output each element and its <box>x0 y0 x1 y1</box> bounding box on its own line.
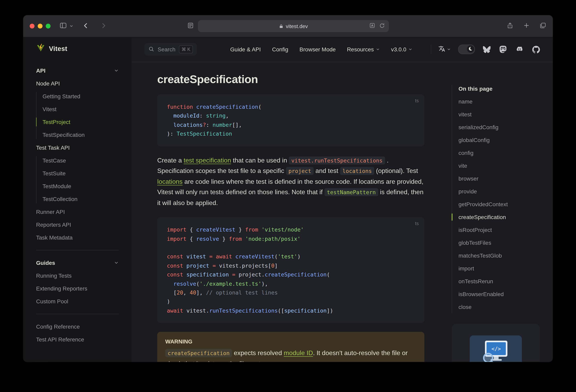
minimize-window-button[interactable] <box>38 24 43 29</box>
translate-page-icon[interactable] <box>369 23 375 30</box>
nav-item-config[interactable]: Config <box>272 46 288 53</box>
sidebar-item-task-metadata[interactable]: Task Metadata <box>36 231 119 244</box>
lock-icon <box>279 24 283 28</box>
sidebar-item-running-tests[interactable]: Running Tests <box>36 269 119 282</box>
sidebar-divider <box>36 250 119 250</box>
sidebar-section-guides[interactable]: Guides <box>36 256 119 269</box>
outline-item-globalconfig[interactable]: globalConfig <box>459 134 540 147</box>
nav-item-v3-0-0[interactable]: v3.0.0 <box>391 46 412 53</box>
doc-link[interactable]: module ID <box>284 349 313 356</box>
sidebar-item-getting-started[interactable]: Getting Started <box>43 90 119 103</box>
sidebar-panel-icon <box>59 22 67 30</box>
language-menu-button[interactable] <box>438 45 451 53</box>
tab-overview-button[interactable] <box>540 22 546 30</box>
sidebar-item-custom-pool[interactable]: Custom Pool <box>36 295 119 308</box>
outline-list: namevitestserializedConfigglobalConfigco… <box>459 95 540 313</box>
outline-item-serializedconfig[interactable]: serializedConfig <box>459 121 540 134</box>
github-icon[interactable] <box>532 46 540 53</box>
warning-title: WARNING <box>165 338 416 345</box>
mastodon-icon[interactable] <box>499 46 507 53</box>
address-bar[interactable]: vitest.dev <box>198 20 389 32</box>
sidebar-toggle-button[interactable] <box>59 22 67 30</box>
outline-item-ontestsrerun[interactable]: onTestsRerun <box>459 275 540 288</box>
discord-icon[interactable] <box>516 45 523 53</box>
chevron-down-icon <box>408 47 412 51</box>
new-tab-button[interactable] <box>523 22 530 30</box>
zoom-window-button[interactable] <box>46 24 51 29</box>
translate-icon <box>438 45 445 53</box>
top-nav: Search ⌘ K Guide & APIConfigBrowser Mode… <box>132 37 553 62</box>
sponsor-image: </> <box>470 335 522 362</box>
tab-group-chevron-button[interactable] <box>69 23 73 29</box>
code: import { createVitest } from 'vitest/nod… <box>167 225 415 315</box>
sidebar-item-testcase[interactable]: TestCase <box>43 154 119 167</box>
page-format-button[interactable] <box>187 22 194 30</box>
outline-item-name[interactable]: name <box>459 95 540 108</box>
svg-text:</>: </> <box>491 346 501 352</box>
back-button[interactable] <box>82 22 89 30</box>
doc-link[interactable]: locations <box>157 178 182 185</box>
chevron-down-icon <box>69 23 73 29</box>
outline-item-browser[interactable]: browser <box>459 172 540 185</box>
search-button[interactable]: Search ⌘ K <box>144 43 197 56</box>
inline-code: project <box>286 167 314 175</box>
sponsor-card[interactable]: </> <box>452 324 540 362</box>
page-outline: On this page namevitestserializedConfigg… <box>452 62 553 362</box>
sidebar-item-testsuite[interactable]: TestSuite <box>43 167 119 180</box>
outline-item-vite[interactable]: vite <box>459 159 540 172</box>
nav-links: Guide & APIConfigBrowser ModeResourcesv3… <box>230 46 412 53</box>
sidebar: Vitest APINode APIGetting StartedVitestT… <box>23 37 132 362</box>
nav-divider <box>431 45 431 54</box>
sidebar-item-test-api-reference[interactable]: Test API Reference <box>36 333 119 346</box>
share-button[interactable] <box>507 22 514 30</box>
outline-item-config[interactable]: config <box>459 147 540 159</box>
sidebar-item-runner-api[interactable]: Runner API <box>36 206 119 218</box>
nav-item-browser-mode[interactable]: Browser Mode <box>299 46 336 53</box>
outline-item-matchestestglob[interactable]: matchesTestGlob <box>459 249 540 262</box>
theme-toggle[interactable] <box>458 45 475 54</box>
forward-icon <box>100 22 107 30</box>
sidebar-item-config-reference[interactable]: Config Reference <box>36 320 119 333</box>
outline-item-globtestfiles[interactable]: globTestFiles <box>459 236 540 249</box>
url-text: vitest.dev <box>286 23 308 29</box>
outline-item-createspecification[interactable]: createSpecification <box>459 211 540 223</box>
reload-icon[interactable] <box>379 23 385 30</box>
browser-window: vitest.dev Vitest <box>23 15 553 362</box>
chevron-down-icon <box>376 47 380 51</box>
sidebar-item-extending-reporters[interactable]: Extending Reporters <box>36 282 119 295</box>
sidebar-item-testproject[interactable]: TestProject <box>43 116 119 128</box>
code-lang-badge: ts <box>415 221 419 226</box>
back-icon <box>82 22 89 30</box>
bluesky-icon[interactable] <box>483 46 490 53</box>
nav-item-resources[interactable]: Resources <box>347 46 380 53</box>
outline-title: On this page <box>459 85 540 93</box>
sidebar-group-node-api[interactable]: Node API <box>36 77 119 90</box>
screenshot-stage: vitest.dev Vitest <box>0 0 576 392</box>
outline-item-provide[interactable]: provide <box>459 185 540 198</box>
share-icon <box>507 22 514 30</box>
outline-item-vitest[interactable]: vitest <box>459 108 540 121</box>
outline-item-close[interactable]: close <box>459 301 540 313</box>
sidebar-item-testmodule[interactable]: TestModule <box>43 180 119 193</box>
example-code-block: ts import { createVitest } from 'vitest/… <box>157 217 424 323</box>
doc-link[interactable]: test specification <box>184 157 231 163</box>
chevron-down-icon <box>447 47 451 51</box>
outline-item-getprovidedcontext[interactable]: getProvidedContext <box>459 198 540 211</box>
sidebar-section-api[interactable]: API <box>36 64 119 77</box>
tab-overview-icon <box>540 22 546 30</box>
sidebar-item-testspecification[interactable]: TestSpecification <box>43 128 119 141</box>
sidebar-group-test-task-api[interactable]: Test Task API <box>36 141 119 154</box>
close-window-button[interactable] <box>30 24 34 29</box>
nav-item-guide-api[interactable]: Guide & API <box>230 46 261 53</box>
inline-code: testNamePattern <box>324 188 378 196</box>
outline-item-import[interactable]: import <box>459 262 540 275</box>
search-label: Search <box>158 46 175 53</box>
brand[interactable]: Vitest <box>36 37 119 60</box>
sidebar-item-reporters-api[interactable]: Reporters API <box>36 218 119 231</box>
page-title: createSpecification <box>157 73 424 86</box>
forward-button[interactable] <box>100 22 107 30</box>
outline-item-isrootproject[interactable]: isRootProject <box>459 223 540 236</box>
sidebar-item-testcollection[interactable]: TestCollection <box>43 193 119 206</box>
sidebar-item-vitest[interactable]: Vitest <box>43 103 119 116</box>
outline-item-isbrowserenabled[interactable]: isBrowserEnabled <box>459 288 540 301</box>
